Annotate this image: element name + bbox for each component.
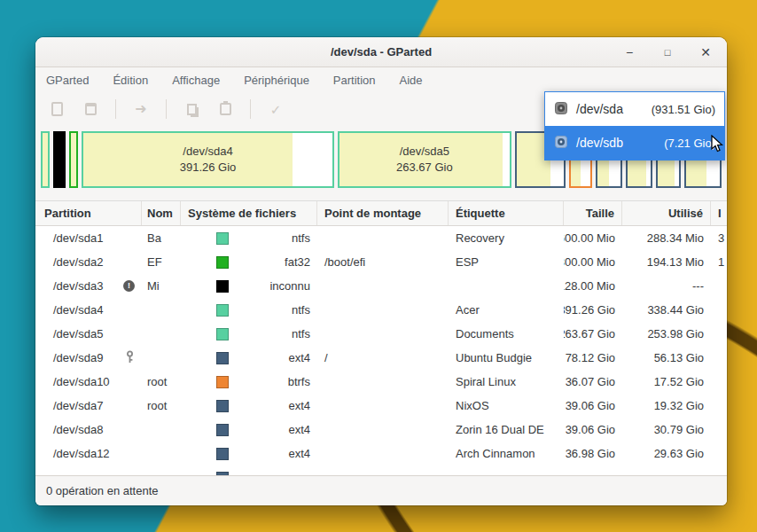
partition-segment-sda1[interactable] bbox=[41, 131, 50, 188]
name-cell bbox=[142, 298, 181, 322]
mount-point bbox=[317, 298, 449, 322]
partition-segment-sda5[interactable]: /dev/sda5 263.67 Gio bbox=[338, 131, 511, 188]
filesystem-color-swatch bbox=[216, 448, 229, 460]
header-size[interactable]: Taille bbox=[564, 201, 622, 225]
filesystem-color-swatch bbox=[216, 304, 229, 317]
partition-segment-sda2[interactable] bbox=[69, 131, 78, 188]
menu-peripherique[interactable]: Périphérique bbox=[244, 74, 309, 87]
partition-label: Documents bbox=[449, 322, 564, 346]
header-name[interactable]: Nom bbox=[142, 201, 181, 225]
table-row-sda1[interactable]: /dev/sda1 Ba ntfs Recovery 600.00 Mio 28… bbox=[35, 226, 727, 250]
partition-label: Arch Cinnamon bbox=[449, 442, 564, 466]
menu-gparted[interactable]: GParted bbox=[46, 74, 89, 87]
unused-cell bbox=[711, 274, 727, 298]
mouse-cursor bbox=[711, 135, 723, 156]
unused-cell bbox=[711, 394, 727, 418]
menu-affichage[interactable]: Affichage bbox=[172, 74, 220, 87]
mount-point bbox=[317, 418, 449, 442]
minimize-button[interactable]: − bbox=[622, 46, 636, 59]
used-cell: 29.63 Gio bbox=[622, 442, 711, 466]
partition-segment-sda4[interactable]: /dev/sda4 391.26 Gio bbox=[82, 131, 334, 188]
partition-name: /dev/sda7 bbox=[53, 399, 103, 412]
filesystem-name: ext4 bbox=[236, 447, 310, 460]
name-cell: Ba bbox=[142, 226, 181, 250]
unused-cell: 3 bbox=[711, 226, 727, 250]
filesystem-color-swatch bbox=[216, 280, 229, 293]
titlebar[interactable]: /dev/sda - GParted − □ ✕ bbox=[35, 37, 727, 67]
header-unused[interactable]: I bbox=[711, 201, 727, 225]
size-cell: 36.98 Gio bbox=[564, 442, 622, 466]
mount-point bbox=[317, 394, 449, 418]
new-partition-icon[interactable] bbox=[48, 100, 66, 118]
header-filesystem[interactable]: Système de fichiers bbox=[181, 201, 317, 225]
harddisk-icon bbox=[554, 101, 568, 118]
filesystem-color-swatch bbox=[216, 376, 229, 388]
maximize-button[interactable]: □ bbox=[660, 48, 675, 58]
desktop-wallpaper: /dev/sda - GParted − □ ✕ GParted Édition… bbox=[0, 0, 757, 532]
used-cell: 194.13 Mio bbox=[622, 250, 711, 274]
filesystem-name: btrfs bbox=[236, 375, 310, 388]
unused-cell bbox=[711, 370, 727, 394]
partition-label: Recovery bbox=[449, 226, 564, 250]
menu-edition[interactable]: Édition bbox=[113, 74, 148, 87]
used-cell bbox=[622, 466, 711, 475]
device-option-sda[interactable]: /dev/sda (931.51 Gio) bbox=[545, 92, 724, 126]
table-row-sda9[interactable]: /dev/sda9 ext4 / Ubuntu Budgie 78.12 Gio… bbox=[35, 346, 727, 370]
partition-label: Zorin 16 Dual DE bbox=[449, 418, 564, 442]
menu-aide[interactable]: Aide bbox=[400, 74, 423, 87]
harddisk-icon bbox=[554, 135, 568, 152]
table-row-sda5[interactable]: /dev/sda5 ntfs Documents 263.67 Gio 253.… bbox=[35, 322, 727, 346]
name-cell: Mi bbox=[142, 274, 181, 298]
resize-move-icon[interactable]: ➜ bbox=[132, 100, 150, 118]
menu-partition[interactable]: Partition bbox=[333, 74, 376, 87]
unused-cell bbox=[711, 418, 727, 442]
used-cell: 338.44 Gio bbox=[622, 298, 711, 322]
used-cell: 19.32 Gio bbox=[622, 394, 711, 418]
delete-partition-icon[interactable] bbox=[82, 100, 99, 118]
partition-segment-sda3-unknown[interactable] bbox=[53, 131, 66, 188]
close-button[interactable]: ✕ bbox=[698, 46, 713, 59]
partition-name: /dev/sda5 bbox=[53, 327, 103, 340]
unused-cell bbox=[711, 298, 727, 322]
partition-label: ESP bbox=[449, 250, 564, 274]
name-cell bbox=[142, 346, 181, 370]
mount-point: /boot/efi bbox=[317, 250, 449, 274]
table-row-sda4[interactable]: /dev/sda4 ntfs Acer 391.26 Gio 338.44 Gi… bbox=[35, 298, 727, 322]
partition-name: /dev/sda4 bbox=[53, 303, 103, 317]
unused-cell bbox=[711, 466, 727, 475]
header-label[interactable]: Étiquette bbox=[449, 201, 564, 225]
apply-icon[interactable]: ✓ bbox=[267, 100, 285, 118]
header-used[interactable]: Utilisé bbox=[622, 201, 711, 225]
unused-cell bbox=[711, 442, 727, 466]
paste-icon[interactable] bbox=[216, 100, 234, 118]
partition-label bbox=[449, 274, 564, 298]
used-cell: 56.13 Gio bbox=[622, 346, 711, 370]
copy-icon[interactable] bbox=[183, 100, 200, 118]
partition-label: Spiral Linux bbox=[449, 370, 564, 394]
table-row-partial[interactable] bbox=[35, 466, 727, 475]
filesystem-name: ext4 bbox=[236, 399, 310, 412]
table-row-sda3[interactable]: /dev/sda3! Mi inconnu 128.00 Mio --- bbox=[35, 274, 727, 298]
size-cell: 39.06 Gio bbox=[564, 394, 622, 418]
table-row-sda10[interactable]: /dev/sda10 root btrfs Spiral Linux 36.07… bbox=[35, 370, 727, 394]
unused-cell bbox=[711, 322, 727, 346]
table-row-sda2[interactable]: /dev/sda2 EF fat32 /boot/efi ESP 300.00 … bbox=[35, 250, 727, 274]
filesystem-color-swatch bbox=[216, 256, 229, 269]
table-row-sda7[interactable]: /dev/sda7 root ext4 NixOS 39.06 Gio 19.3… bbox=[35, 394, 727, 418]
table-row-sda8[interactable]: /dev/sda8 ext4 Zorin 16 Dual DE 39.06 Gi… bbox=[35, 418, 727, 442]
table-row-sda12[interactable]: /dev/sda12 ext4 Arch Cinnamon 36.98 Gio … bbox=[35, 442, 727, 466]
segment-label: /dev/sda4 391.26 Gio bbox=[180, 144, 237, 175]
filesystem-color-swatch bbox=[216, 400, 229, 412]
unused-cell bbox=[711, 346, 727, 370]
mount-point: / bbox=[317, 346, 449, 370]
device-option-sdb[interactable]: /dev/sdb (7.21 Gio) bbox=[545, 126, 724, 160]
toolbar-separator bbox=[115, 99, 116, 119]
partition-name: /dev/sda2 bbox=[53, 255, 103, 269]
size-cell: 600.00 Mio bbox=[564, 226, 622, 250]
size-cell: 78.12 Gio bbox=[564, 346, 622, 370]
header-mountpoint[interactable]: Point de montage bbox=[317, 201, 449, 225]
partition-name: /dev/sda10 bbox=[53, 375, 110, 388]
header-partition[interactable]: Partition bbox=[35, 201, 142, 225]
size-cell: 263.67 Gio bbox=[564, 322, 622, 346]
mount-point bbox=[317, 442, 449, 466]
